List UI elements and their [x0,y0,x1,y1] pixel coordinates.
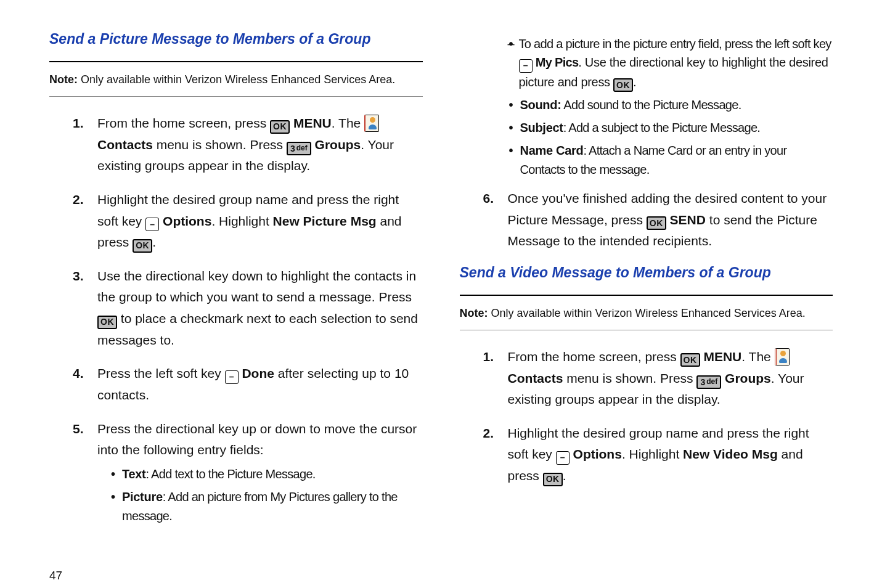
note-text: Only available within Verizon Wireless E… [78,73,395,86]
step-number: 3. [73,266,84,287]
bullet-picture: Picture: Add an picture from My Pictures… [110,488,423,526]
step-1: 1. From the home screen, press OK MENU. … [483,346,833,410]
field-desc: : Add an picture from My Pictures galler… [122,490,398,523]
step-text: Press the directional key up or down to … [97,422,417,457]
options-label: Options [573,447,622,461]
field-desc: Add sound to the Picture Message. [561,98,741,112]
field-desc: : Add text to the Picture Message. [145,467,315,481]
new-video-msg-label: New Video Msg [683,447,778,461]
ok-key-icon: OK [543,473,563,486]
step-text: Press the left soft key [97,366,225,380]
menu-label: MENU [293,116,332,130]
ok-key-icon: OK [647,216,666,230]
step-number: 2. [73,189,84,211]
send-label: SEND [670,213,706,227]
step-5: 5. Press the directional key up or down … [73,419,423,526]
step-text: menu is shown. Press [563,371,696,385]
note-label: Note: [460,307,488,319]
groups-label: Groups [725,371,771,385]
note-picture: Note: Only available within Verizon Wire… [49,73,423,97]
field-label: Name Card [520,144,584,157]
contacts-icon [775,348,790,365]
step-6: 6. Once you've finished adding the desir… [483,188,833,252]
step-number: 1. [73,113,84,134]
bullet-sound: Sound: Add sound to the Picture Message. [508,96,833,115]
sub-text: To add a picture in the picture entry fi… [519,37,831,51]
field-label: Sound: [520,98,561,112]
contacts-label: Contacts [97,137,153,152]
step-number: 6. [483,188,494,210]
softkey-icon: – [519,59,533,73]
step-text: From the home screen, press [97,116,270,130]
step-text: . [563,468,566,483]
step-1: 1. From the home screen, press OK MENU. … [73,113,423,177]
video-steps: 1. From the home screen, press OK MENU. … [460,346,833,487]
picture-steps: 1. From the home screen, press OK MENU. … [49,113,423,526]
step-3: 3. Use the directional key down to highl… [73,266,423,351]
ok-key-icon: OK [613,78,633,92]
page-number: 47 [49,569,833,582]
step-text: From the home screen, press [508,349,680,364]
step-number: 2. [483,423,494,444]
note-text: Only available within Verizon Wireless E… [488,307,806,319]
entry-fields-list-cont: To add a picture in the picture entry fi… [508,35,833,179]
step-text: . [152,235,156,249]
step-text: . The [332,116,364,130]
field-label: Subject [520,121,563,134]
ok-key-icon: OK [680,353,700,367]
step-2: 2. Highlight the desired group name and … [483,423,833,487]
menu-label: MENU [703,349,741,364]
options-label: Options [163,214,211,228]
field-label: Picture [122,490,163,504]
step-number: 1. [483,346,494,368]
step-text: . The [741,349,774,364]
entry-fields-list: Text: Add text to the Picture Message. P… [97,465,423,526]
done-label: Done [242,366,274,380]
groups-label: Groups [315,137,361,152]
section-title-video: Send a Video Message to Members of a Gro… [460,264,833,296]
note-label: Note: [49,73,78,86]
step-5-continued: To add a picture in the picture entry fi… [483,35,833,179]
softkey-icon: – [556,451,570,465]
three-def-key-icon: 3def [287,142,311,155]
page-columns: Send a Picture Message to Members of a G… [49,31,833,538]
picture-steps-continued: To add a picture in the picture entry fi… [460,35,833,252]
note-video: Note: Only available within Verizon Wire… [460,307,833,330]
sub-text: . [633,75,636,89]
right-column: To add a picture in the picture entry fi… [460,31,833,538]
field-desc: : Add a subject to the Picture Message. [563,121,761,134]
bullet-picture-sub: To add a picture in the picture entry fi… [508,35,833,92]
sub-bullet-add-picture: To add a picture in the picture entry fi… [508,35,833,92]
softkey-icon: – [225,370,239,384]
ok-key-icon: OK [133,239,152,253]
step-number: 4. [73,363,84,385]
bullet-text: Text: Add text to the Picture Message. [110,465,423,484]
step-text: . Highlight [211,214,272,228]
new-picture-msg-label: New Picture Msg [273,214,377,228]
step-number: 5. [73,419,84,440]
left-column: Send a Picture Message to Members of a G… [49,31,423,538]
step-text: Use the directional key down to highligh… [97,269,416,304]
my-pics-label: My Pics [536,55,579,69]
step-4: 4. Press the left soft key – Done after … [73,363,423,406]
field-label: Text [122,467,145,481]
ok-key-icon: OK [97,316,117,329]
step-text: . Highlight [622,447,683,461]
contacts-label: Contacts [508,371,563,385]
softkey-icon: – [145,218,159,231]
step-text: to place a checkmark next to each select… [97,311,418,347]
bullet-subject: Subject: Add a subject to the Picture Me… [508,118,833,137]
contacts-icon [364,115,379,132]
ok-key-icon: OK [270,120,290,134]
three-def-key-icon: 3def [696,375,721,389]
bullet-name-card: Name Card: Attach a Name Card or an entr… [508,141,833,179]
section-title-picture: Send a Picture Message to Members of a G… [49,31,423,62]
step-2: 2. Highlight the desired group name and … [73,189,423,253]
step-text: menu is shown. Press [153,137,287,152]
